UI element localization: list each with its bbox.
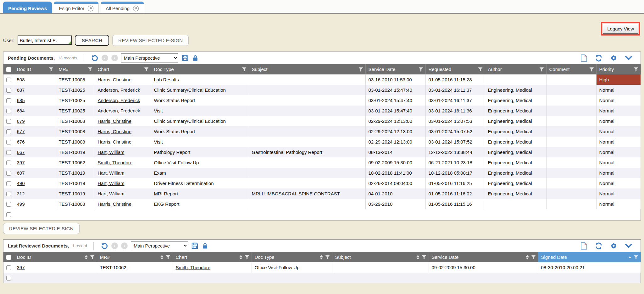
filter-icon[interactable] [49, 67, 53, 72]
column-header[interactable]: Requested [425, 64, 485, 74]
row-checkbox[interactable] [6, 276, 11, 280]
lock-icon[interactable] [202, 242, 208, 249]
column-header[interactable]: Doc ID [14, 64, 56, 74]
filter-icon[interactable] [531, 255, 536, 259]
legacy-view-button[interactable]: Legacy View [603, 24, 638, 34]
refresh-icon[interactable] [595, 242, 602, 250]
save-perspective-icon[interactable] [191, 242, 198, 249]
filter-icon[interactable] [242, 67, 247, 72]
settings-gear-icon[interactable] [610, 54, 617, 62]
select-all-checkbox[interactable] [6, 67, 11, 72]
row-checkbox[interactable] [6, 202, 11, 207]
sort-icon[interactable] [239, 255, 242, 259]
column-header[interactable]: Service Date [429, 252, 538, 262]
column-header[interactable]: MR# [97, 252, 173, 262]
doc-id-link[interactable]: 397 [17, 160, 25, 165]
chart-link[interactable]: Hart, William [98, 191, 125, 196]
column-header[interactable]: Doc Type [252, 252, 332, 262]
column-header[interactable]: Priority [596, 64, 641, 74]
new-document-icon[interactable] [580, 54, 587, 62]
sort-icon[interactable] [85, 255, 88, 259]
row-checkbox[interactable] [6, 140, 11, 144]
sort-icon[interactable] [416, 255, 419, 259]
filter-icon[interactable] [90, 255, 95, 259]
column-header[interactable]: Doc Type [151, 64, 249, 74]
doc-id-link[interactable]: 490 [17, 181, 25, 186]
nav-next-icon[interactable]: › [111, 55, 118, 61]
filter-icon[interactable] [358, 67, 363, 72]
chart-link[interactable]: Anderson, Frederick [98, 108, 140, 113]
column-header[interactable]: Author [485, 64, 546, 74]
collapse-chevron-icon[interactable] [625, 243, 632, 249]
chart-link[interactable]: Anderson, Frederick [98, 87, 140, 93]
search-button[interactable]: SEARCH [75, 35, 109, 46]
chart-link[interactable]: Harris, Christine [98, 77, 132, 82]
filter-icon[interactable] [419, 67, 423, 72]
column-header[interactable]: Service Date [365, 64, 425, 74]
filter-icon[interactable] [634, 67, 638, 72]
tab-all-pending[interactable]: All Pending [101, 2, 144, 13]
lock-icon[interactable] [192, 55, 199, 62]
refresh-icon[interactable] [595, 54, 602, 62]
chart-link[interactable]: Harris, Christine [98, 118, 132, 124]
nav-prev-icon[interactable]: ‹ [102, 55, 108, 61]
chart-link[interactable]: Harris, Christine [98, 129, 132, 134]
tab-pending-reviews[interactable]: Pending Reviews [3, 2, 52, 13]
sort-asc-icon[interactable] [628, 256, 631, 258]
doc-id-link[interactable]: 687 [17, 87, 25, 93]
tab-esign-editor[interactable]: Esign Editor [54, 2, 99, 13]
row-checkbox[interactable] [6, 109, 11, 113]
save-perspective-icon[interactable] [181, 54, 189, 62]
filter-icon[interactable] [245, 255, 249, 259]
user-input[interactable] [18, 35, 72, 45]
row-checkbox[interactable] [6, 161, 11, 165]
column-header[interactable]: Chart [173, 252, 252, 262]
doc-id-link[interactable]: 312 [17, 191, 25, 196]
chart-link[interactable]: Hart, William [98, 181, 125, 186]
doc-id-link[interactable]: 676 [17, 139, 25, 144]
doc-id-link[interactable]: 667 [17, 150, 25, 155]
doc-id-link[interactable]: 684 [17, 108, 25, 113]
filter-icon[interactable] [422, 255, 426, 259]
new-document-icon[interactable] [580, 242, 587, 250]
row-checkbox[interactable] [6, 119, 11, 124]
perspective-select[interactable]: Main Perspective [131, 241, 188, 250]
chart-link[interactable]: Smith, Theodore [98, 160, 133, 165]
doc-id-link[interactable]: 679 [17, 118, 25, 124]
doc-id-link[interactable]: 607 [17, 170, 25, 176]
filter-icon[interactable] [478, 67, 483, 72]
nav-prev-icon[interactable]: ‹ [111, 242, 118, 249]
chart-link[interactable]: Smith, Theodore [176, 265, 211, 270]
doc-id-link[interactable]: 499 [17, 201, 25, 207]
doc-id-link[interactable]: 685 [17, 98, 25, 103]
chart-link[interactable]: Hart, William [98, 150, 125, 155]
filter-icon[interactable] [166, 255, 170, 259]
column-header[interactable]: Subject [249, 64, 365, 74]
nav-next-icon[interactable]: › [121, 242, 128, 249]
row-checkbox[interactable] [6, 88, 11, 93]
column-header[interactable]: Signed Date [538, 252, 641, 262]
filter-icon[interactable] [634, 255, 638, 259]
row-checkbox[interactable] [6, 265, 11, 270]
column-header[interactable]: Doc ID [14, 252, 97, 262]
chart-link[interactable]: Harris, Christine [98, 201, 132, 207]
collapse-chevron-icon[interactable] [625, 55, 632, 61]
chart-link[interactable]: Anderson, Frederick [98, 98, 140, 103]
column-header[interactable]: Chart [95, 64, 151, 74]
row-checkbox[interactable] [6, 129, 11, 134]
review-selected-esign-button-top[interactable]: REVIEW SELECTED E-SIGN [112, 35, 189, 46]
column-header[interactable]: MR# [56, 64, 95, 74]
filter-icon[interactable] [88, 67, 92, 72]
row-checkbox[interactable] [6, 171, 11, 176]
row-checkbox[interactable] [6, 150, 11, 155]
row-checkbox[interactable] [6, 212, 11, 217]
chart-link[interactable]: Hart, William [98, 170, 125, 176]
sort-icon[interactable] [526, 255, 529, 259]
undo-icon[interactable] [101, 242, 108, 250]
settings-gear-icon[interactable] [610, 242, 617, 249]
perspective-select[interactable]: Main Perspective [121, 53, 178, 63]
filter-icon[interactable] [325, 255, 330, 259]
doc-id-link[interactable]: 677 [17, 129, 25, 134]
undo-icon[interactable] [91, 54, 98, 62]
doc-id-link[interactable]: 397 [17, 265, 25, 270]
